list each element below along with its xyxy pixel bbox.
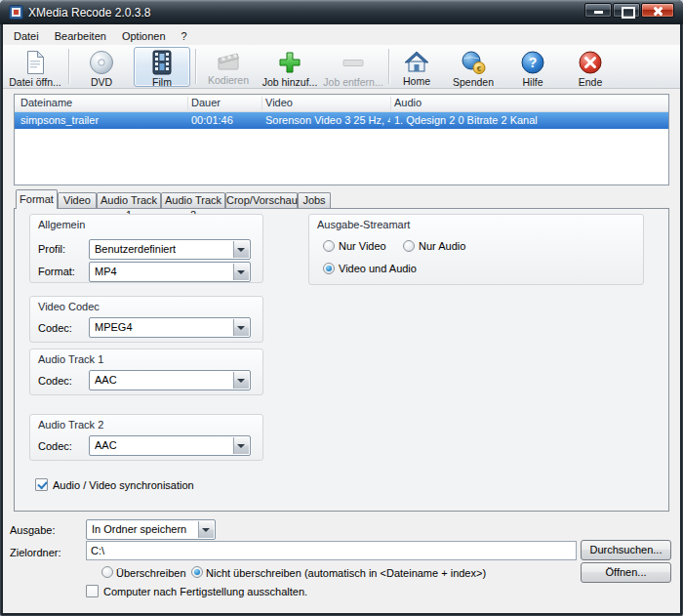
file-list[interactable]: Dateiname Dauer Video Audio simpsons_tra…	[14, 94, 669, 185]
sync-checkbox[interactable]	[35, 478, 48, 491]
audio-track-2-codec-value: AAC	[95, 439, 230, 451]
menu-item-hilfe[interactable]: ?	[174, 28, 195, 44]
toolbar-separator	[388, 49, 389, 84]
audio-track-1-group: Audio Track 1 Codec: AAC	[29, 349, 263, 395]
audio-track-1-codec-combobox[interactable]: AAC	[89, 370, 251, 390]
column-header-dauer[interactable]: Dauer	[191, 97, 221, 108]
tab-audio-track-1[interactable]: Audio Track 1	[97, 192, 161, 208]
toolbar-button-label: Home	[403, 75, 430, 87]
toolbar-button-label: Hilfe	[522, 76, 542, 88]
dvd-icon	[89, 50, 114, 75]
menu-item-optionen[interactable]: Optionen	[114, 28, 174, 44]
oeffnen-button[interactable]: Öffnen...	[581, 562, 671, 583]
toolbar-button-help[interactable]: ? Hilfe	[508, 47, 557, 87]
radio-nicht-ueberschreiben[interactable]	[191, 566, 203, 578]
audio-track-1-codec-value: AAC	[95, 374, 230, 386]
svg-text:€: €	[477, 64, 482, 73]
column-separator[interactable]	[390, 97, 391, 110]
tab-video[interactable]: Video	[58, 192, 97, 208]
toolbar-button-label: Datei öffn...	[9, 76, 61, 88]
radio-video-und-audio[interactable]	[323, 263, 335, 274]
audio-track-1-codec-label: Codec:	[38, 375, 72, 387]
zielordner-input[interactable]	[86, 541, 577, 560]
help-icon: ?	[520, 50, 545, 75]
ausgabe-combobox-value: In Ordner speichern	[92, 523, 195, 535]
video-codec-group: Video Codec Codec: MPEG4	[29, 296, 263, 343]
menu-item-datei[interactable]: Datei	[6, 28, 47, 44]
durchsuchen-button[interactable]: Durchsuchen...	[581, 540, 671, 560]
ausgabe-combobox[interactable]: In Ordner speichern	[86, 519, 216, 540]
donate-icon: €	[461, 50, 486, 75]
radio-nicht-ueberschreiben-label[interactable]: Nicht überschreiben (automatisch in <Dat…	[206, 567, 486, 579]
tab-crop-vorschau[interactable]: Crop/Vorschau	[225, 192, 298, 208]
radio-nur-video-label[interactable]: Nur Video	[339, 240, 386, 252]
toolbar-button-donate[interactable]: € Spenden	[445, 47, 502, 87]
tab-jobs[interactable]: Jobs	[298, 192, 331, 208]
toolbar-button-label: Film	[152, 76, 172, 88]
chevron-down-icon[interactable]	[233, 264, 249, 280]
file-row-video: Sorenson Video 3 25 Hz, 4...	[265, 114, 390, 126]
toolbar-button-encode[interactable]: Kodieren	[200, 47, 257, 87]
toolbar-button-label: Spenden	[453, 76, 494, 88]
toolbar-button-film[interactable]: Film	[134, 47, 190, 87]
film-icon	[151, 50, 173, 75]
toolbar-separator	[195, 49, 196, 84]
sync-checkbox-label[interactable]: Audio / Video synchronisation	[53, 479, 194, 491]
chevron-down-icon[interactable]	[233, 372, 249, 389]
toolbar-button-dvd[interactable]: DVD	[73, 47, 130, 87]
column-header-audio[interactable]: Audio	[394, 97, 422, 108]
chevron-down-icon[interactable]	[198, 521, 214, 538]
streamart-group: Ausgabe-Streamart Nur Video Nur Audio Vi…	[308, 214, 644, 285]
video-codec-combobox[interactable]: MPEG4	[89, 317, 251, 338]
window-title: XMedia Recode 2.0.3.8	[28, 6, 150, 20]
open-file-icon	[24, 50, 46, 75]
exit-icon	[578, 50, 603, 75]
toolbar-button-add-job[interactable]: Job hinzuf...	[260, 47, 320, 87]
chevron-down-icon[interactable]	[233, 319, 249, 336]
close-button[interactable]	[641, 3, 674, 18]
profil-combobox[interactable]: Benutzerdefiniert	[89, 239, 251, 260]
menu-bar: Datei Bearbeiten Optionen ?	[6, 26, 195, 45]
file-row[interactable]: simpsons_trailer 00:01:46 Sorenson Video…	[15, 112, 668, 129]
video-codec-label: Codec:	[38, 322, 72, 334]
toolbar-button-exit[interactable]: Ende	[564, 47, 617, 87]
radio-nur-audio[interactable]	[403, 240, 415, 252]
column-header-video[interactable]: Video	[265, 97, 293, 108]
video-codec-combobox-value: MPEG4	[95, 321, 230, 333]
file-row-dateiname: simpsons_trailer	[20, 114, 186, 126]
allgemein-group-title: Allgemein	[38, 219, 85, 230]
column-separator[interactable]	[187, 97, 188, 110]
radio-nur-audio-label[interactable]: Nur Audio	[419, 240, 465, 252]
file-list-header: Dateiname Dauer Video Audio	[15, 95, 668, 112]
column-separator[interactable]	[261, 97, 262, 110]
radio-video-und-audio-label[interactable]: Video und Audio	[339, 263, 417, 274]
radio-ueberschreiben-label[interactable]: Überschreiben	[116, 567, 186, 579]
shutdown-checkbox[interactable]	[86, 585, 99, 597]
radio-nur-video[interactable]	[323, 240, 335, 252]
chevron-down-icon[interactable]	[233, 241, 249, 258]
toolbar-button-remove-job[interactable]: Job entfern...	[322, 47, 384, 87]
shutdown-checkbox-label[interactable]: Computer nach Fertigstellung ausschalten…	[103, 586, 307, 597]
menu-item-bearbeiten[interactable]: Bearbeiten	[47, 28, 114, 44]
radio-ueberschreiben[interactable]	[101, 566, 113, 578]
toolbar-button-home[interactable]: Home	[393, 47, 440, 87]
minimize-button[interactable]	[584, 3, 612, 18]
tab-format[interactable]: Format	[16, 189, 58, 209]
toolbar-button-label: Ende	[579, 76, 603, 88]
allgemein-group: Allgemein Profil: Benutzerdefiniert Form…	[29, 214, 263, 283]
audio-track-2-group: Audio Track 2 Codec: AAC	[29, 414, 263, 461]
profil-label: Profil:	[38, 243, 65, 255]
tab-audio-track-2[interactable]: Audio Track 2	[161, 192, 225, 208]
profil-combobox-value: Benutzerdefiniert	[95, 243, 230, 255]
toolbar-button-label: Job entfern...	[323, 76, 382, 88]
chevron-down-icon[interactable]	[233, 437, 249, 454]
column-header-dateiname[interactable]: Dateiname	[20, 97, 72, 108]
title-bar[interactable]: XMedia Recode 2.0.3.8	[0, 0, 683, 24]
streamart-group-title: Ausgabe-Streamart	[317, 219, 410, 230]
add-job-icon	[277, 50, 302, 75]
maximize-button[interactable]	[613, 3, 640, 18]
audio-track-2-codec-combobox[interactable]: AAC	[89, 435, 251, 456]
toolbar-button-open-file[interactable]: Datei öffn...	[5, 47, 65, 87]
toolbar-button-label: Kodieren	[208, 74, 249, 86]
format-combobox[interactable]: MP4	[89, 262, 251, 282]
